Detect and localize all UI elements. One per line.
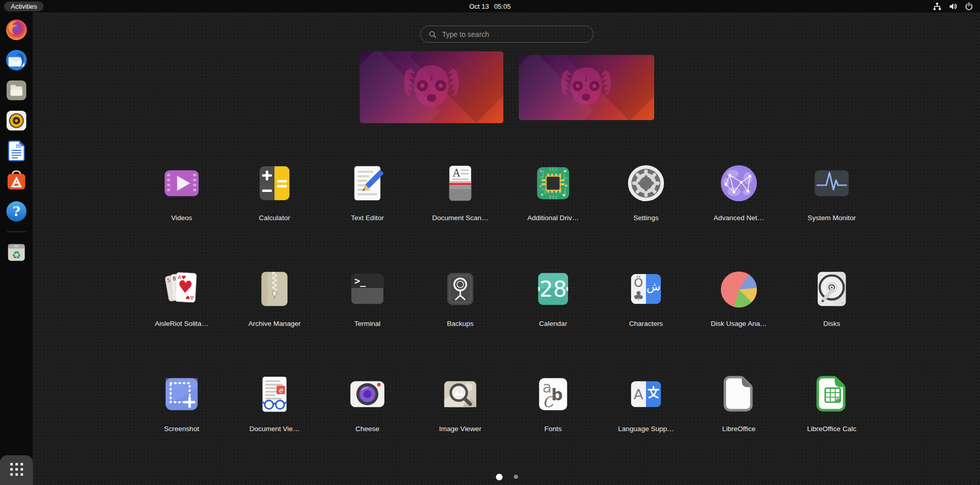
- firefox-icon: [5, 18, 28, 42]
- app-button-system-monitor[interactable]: System Monitor: [786, 163, 878, 222]
- app-button-settings[interactable]: Settings: [600, 163, 693, 222]
- svg-text:ش: ش: [646, 279, 660, 293]
- svg-text:♻: ♻: [12, 249, 21, 261]
- app-button-calculator[interactable]: Calculator: [228, 163, 321, 222]
- help-icon: ?: [5, 200, 28, 223]
- page-indicator: [496, 473, 518, 480]
- app-label: Advanced Net…: [714, 215, 764, 222]
- svg-text:>_: >_: [355, 276, 366, 287]
- overview-area: Type to search VideosCalculatorText Edit…: [33, 12, 980, 485]
- app-button-document-scanner[interactable]: ADocument Scan…: [414, 163, 507, 222]
- disks-icon: [812, 269, 852, 309]
- thunderbird-icon: [5, 48, 28, 72]
- app-label: Characters: [629, 320, 663, 327]
- workspace-thumbnail-1[interactable]: [360, 51, 503, 123]
- app-button-cheese[interactable]: Cheese: [321, 374, 414, 433]
- svg-text:C: C: [542, 394, 555, 411]
- show-apps-grid-icon: [10, 462, 24, 478]
- libreoffice-icon: [719, 374, 759, 414]
- app-button-terminal[interactable]: >_Terminal: [321, 269, 414, 327]
- dock-item-thunderbird[interactable]: [5, 48, 28, 72]
- svg-text:A: A: [452, 167, 460, 179]
- app-button-libreoffice-calc[interactable]: LibreOffice Calc: [786, 374, 878, 433]
- text-editor-icon: [347, 163, 387, 203]
- app-button-characters[interactable]: Ö♣شCharacters: [600, 269, 693, 327]
- svg-text:28: 28: [539, 276, 566, 301]
- system-status-area[interactable]: [933, 2, 973, 11]
- app-label: Additional Driv…: [527, 215, 579, 222]
- indri-wallpaper-art: [519, 55, 654, 120]
- clock[interactable]: Oct 13 05:05: [469, 3, 511, 10]
- videos-icon: [162, 163, 202, 203]
- search-placeholder: Type to search: [442, 30, 489, 38]
- calculator-icon: [254, 163, 295, 203]
- disk-usage-analyzer-icon: [719, 269, 759, 309]
- libreoffice-calc-icon: [812, 374, 852, 414]
- workspace-thumbnail-2[interactable]: [519, 55, 654, 120]
- files-icon: [5, 79, 28, 102]
- app-button-videos[interactable]: Videos: [135, 163, 228, 222]
- workspace-switcher: [360, 51, 654, 123]
- dock-item-files[interactable]: [5, 79, 28, 102]
- app-label: Calendar: [539, 320, 567, 327]
- network-icon: [933, 2, 942, 11]
- app-button-screenshot[interactable]: Screenshot: [135, 374, 228, 433]
- app-grid: VideosCalculatorText EditorADocument Sca…: [135, 163, 878, 433]
- app-button-image-viewer[interactable]: Image Viewer: [414, 374, 507, 433]
- app-label: Image Viewer: [439, 425, 481, 433]
- screenshot-icon: [162, 374, 202, 414]
- calendar-icon: 28: [533, 269, 573, 309]
- app-label: Settings: [634, 215, 659, 222]
- app-label: System Monitor: [808, 215, 856, 222]
- search-icon: [428, 30, 437, 38]
- app-button-disks[interactable]: Disks: [786, 269, 878, 327]
- app-button-disk-usage-analyzer[interactable]: Disk Usage Ana…: [693, 269, 786, 327]
- app-button-additional-drivers[interactable]: Additional Driv…: [507, 163, 600, 222]
- advanced-network-icon: [719, 163, 759, 203]
- image-viewer-icon: [440, 374, 480, 414]
- svg-text:Ö: Ö: [634, 276, 643, 289]
- app-button-libreoffice[interactable]: LibreOffice: [693, 374, 786, 433]
- app-label: Document Vie…: [249, 425, 300, 433]
- aisleriot-icon: 5♦8♠A♥♥A♥: [162, 269, 202, 309]
- dock-item-rhythmbox[interactable]: [5, 109, 28, 132]
- app-label: LibreOffice Calc: [807, 425, 856, 433]
- document-viewer-icon: e: [254, 374, 295, 414]
- page-dot-1[interactable]: [496, 474, 502, 480]
- dock-item-help[interactable]: ?: [5, 200, 28, 223]
- app-button-fonts[interactable]: abCFonts: [507, 374, 600, 433]
- app-button-language-support[interactable]: ALanguage Supp…: [600, 374, 693, 433]
- archive-manager-icon: [254, 269, 295, 309]
- app-label: Document Scan…: [432, 215, 488, 222]
- dock-item-ubuntu-software[interactable]: [5, 169, 28, 193]
- app-label: Videos: [171, 215, 192, 222]
- characters-icon: Ö♣ش: [626, 269, 666, 309]
- app-button-backups[interactable]: Backups: [414, 269, 507, 327]
- activities-button[interactable]: Activities: [4, 2, 44, 11]
- app-button-aisleriot[interactable]: 5♦8♠A♥♥A♥AisleRiot Solita…: [135, 269, 228, 327]
- clock-date: Oct 13: [469, 3, 489, 10]
- settings-icon: [626, 163, 666, 203]
- dock-item-libreoffice-writer[interactable]: [5, 139, 28, 163]
- app-button-archive-manager[interactable]: Archive Manager: [228, 269, 321, 327]
- page-dot-2[interactable]: [514, 475, 518, 479]
- app-button-document-viewer[interactable]: eDocument Vie…: [228, 374, 321, 433]
- system-monitor-icon: [812, 163, 852, 203]
- app-label: Calculator: [259, 215, 290, 222]
- dock-item-trash[interactable]: ♻: [5, 240, 28, 264]
- dock-item-firefox[interactable]: [5, 18, 28, 42]
- app-label: Cheese: [356, 425, 380, 433]
- svg-text:♣: ♣: [633, 288, 644, 303]
- libreoffice-writer-icon: [5, 139, 28, 163]
- power-icon: [965, 2, 973, 11]
- app-button-calendar[interactable]: 28Calendar: [507, 269, 600, 327]
- app-button-text-editor[interactable]: Text Editor: [321, 163, 414, 222]
- search-bar[interactable]: Type to search: [420, 26, 594, 43]
- fonts-icon: abC: [533, 374, 573, 414]
- app-label: Archive Manager: [248, 320, 301, 327]
- show-applications-button[interactable]: [0, 455, 33, 485]
- additional-drivers-icon: [533, 163, 573, 203]
- app-button-advanced-network[interactable]: Advanced Net…: [693, 163, 786, 222]
- cheese-icon: [347, 374, 387, 414]
- clock-time: 05:05: [494, 3, 511, 10]
